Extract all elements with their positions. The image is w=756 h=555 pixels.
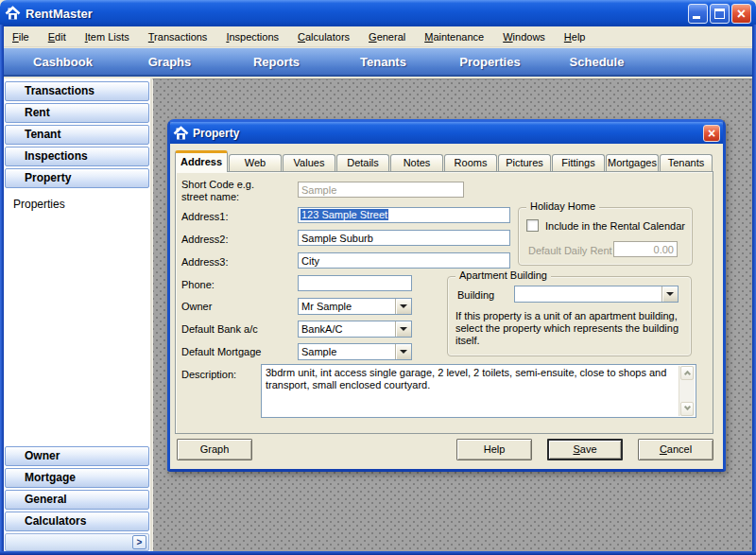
main-toolbar: Cashbook Graphs Reports Tenants Properti… bbox=[0, 48, 756, 77]
mortgage-value: Sample bbox=[301, 346, 336, 357]
sidebar-item-calculators[interactable]: Calculators bbox=[5, 512, 149, 531]
address1-label: Address1: bbox=[181, 211, 229, 222]
bank-dropdown-button[interactable] bbox=[395, 321, 411, 337]
close-button[interactable]: × bbox=[731, 4, 751, 24]
tab-fittings[interactable]: Fittings bbox=[552, 154, 605, 172]
menu-general[interactable]: General bbox=[362, 28, 412, 45]
description-scrollbar[interactable] bbox=[679, 366, 695, 416]
close-icon: × bbox=[732, 5, 750, 23]
short-code-label-line2: street name: bbox=[181, 191, 239, 202]
menu-calculators[interactable]: Calculators bbox=[291, 28, 356, 45]
address1-field[interactable]: 123 Sample Street bbox=[298, 207, 510, 223]
phone-field[interactable] bbox=[298, 275, 412, 291]
window-frame-bottom bbox=[0, 551, 756, 555]
minimize-button[interactable] bbox=[688, 4, 708, 24]
sidebar-list-item-properties[interactable]: Properties bbox=[4, 190, 150, 211]
menu-file[interactable]: File bbox=[6, 28, 36, 45]
app-window: RentMaster × File Edit Item Lists Transa… bbox=[0, 0, 756, 555]
bank-value: BankA/C bbox=[301, 323, 342, 335]
sidebar-item-mortgage[interactable]: Mortgage bbox=[5, 468, 149, 488]
cancel-button[interactable]: Cancel bbox=[638, 439, 713, 460]
sidebar-expand-button[interactable]: > bbox=[132, 535, 146, 549]
address-tab-panel: Short Code e.g. street name: Address1: 1… bbox=[175, 171, 713, 434]
maximize-button[interactable] bbox=[710, 4, 730, 24]
mortgage-dropdown-button[interactable] bbox=[395, 344, 411, 359]
owner-value: Mr Sample bbox=[301, 301, 352, 312]
sidebar-panel-list: Properties bbox=[4, 190, 150, 446]
address2-field[interactable] bbox=[298, 230, 510, 246]
menu-transactions[interactable]: Transactions bbox=[142, 28, 215, 45]
sidebar: Transactions Rent Tenant Inspections Pro… bbox=[4, 78, 152, 551]
sidebar-item-inspections[interactable]: Inspections bbox=[5, 147, 149, 166]
mortgage-dropdown[interactable]: Sample bbox=[298, 343, 412, 360]
bank-dropdown[interactable]: BankA/C bbox=[298, 321, 412, 338]
short-code-field[interactable] bbox=[298, 182, 464, 198]
chevron-down-icon bbox=[684, 404, 691, 410]
window-titlebar[interactable]: RentMaster × bbox=[0, 0, 756, 26]
toolbar-cashbook[interactable]: Cashbook bbox=[9, 55, 116, 69]
sidebar-item-transactions[interactable]: Transactions bbox=[5, 81, 149, 101]
menu-windows[interactable]: Windows bbox=[496, 28, 552, 45]
help-button[interactable]: Help bbox=[456, 439, 532, 460]
dialog-close-button[interactable]: × bbox=[703, 125, 720, 142]
tab-notes[interactable]: Notes bbox=[390, 154, 443, 172]
toolbar-graphs[interactable]: Graphs bbox=[116, 55, 223, 69]
building-dropdown[interactable] bbox=[514, 286, 679, 303]
sidebar-item-tenant[interactable]: Tenant bbox=[5, 125, 149, 145]
description-text: 3bdrm unit, int access single garage, 2 … bbox=[266, 367, 666, 390]
daily-rent-field[interactable] bbox=[613, 241, 678, 257]
bank-label: Default Bank a/c bbox=[181, 323, 258, 335]
menu-edit[interactable]: Edit bbox=[42, 28, 73, 45]
apartment-building-group-title: Apartment Building bbox=[455, 269, 551, 281]
minimize-icon bbox=[693, 16, 700, 19]
graph-button[interactable]: Graph bbox=[177, 439, 252, 460]
tab-rooms[interactable]: Rooms bbox=[444, 154, 497, 172]
sidebar-item-general[interactable]: General bbox=[5, 490, 149, 510]
toolbar-properties[interactable]: Properties bbox=[437, 55, 543, 69]
short-code-label-line1: Short Code e.g. bbox=[181, 179, 254, 190]
toolbar-reports[interactable]: Reports bbox=[223, 55, 330, 69]
chevron-down-icon bbox=[400, 304, 407, 308]
dialog-tabstrip: Address Web Values Details Notes Rooms P… bbox=[175, 152, 713, 172]
building-label: Building bbox=[457, 289, 494, 301]
apartment-building-note: If this property is a unit of an apartme… bbox=[455, 310, 688, 347]
scroll-up-button[interactable] bbox=[680, 366, 694, 380]
holiday-home-group-title: Holiday Home bbox=[526, 200, 599, 212]
scroll-down-button[interactable] bbox=[680, 402, 694, 416]
building-dropdown-button[interactable] bbox=[662, 286, 678, 302]
sidebar-item-property[interactable]: Property bbox=[5, 168, 149, 188]
tab-pictures[interactable]: Pictures bbox=[498, 154, 551, 172]
address3-label: Address3: bbox=[181, 256, 229, 268]
owner-dropdown[interactable]: Mr Sample bbox=[298, 298, 412, 315]
tab-web[interactable]: Web bbox=[229, 154, 282, 172]
sidebar-bottom-strip: > bbox=[5, 533, 149, 551]
dialog-house-icon bbox=[173, 126, 189, 141]
description-textarea[interactable]: 3bdrm unit, int access single garage, 2 … bbox=[261, 364, 696, 418]
menu-inspections[interactable]: Inspections bbox=[219, 28, 285, 45]
tab-details[interactable]: Details bbox=[336, 154, 389, 172]
sidebar-item-owner[interactable]: Owner bbox=[5, 446, 149, 466]
address3-field[interactable] bbox=[298, 252, 510, 269]
sidebar-item-rent[interactable]: Rent bbox=[5, 103, 149, 123]
tab-mortgages[interactable]: Mortgages bbox=[606, 154, 659, 172]
menu-help[interactable]: Help bbox=[558, 28, 593, 45]
window-frame-right bbox=[752, 25, 756, 555]
toolbar-schedule[interactable]: Schedule bbox=[543, 55, 650, 69]
dialog-titlebar[interactable]: Property × bbox=[170, 122, 723, 144]
toolbar-tenants[interactable]: Tenants bbox=[330, 55, 437, 69]
close-icon: × bbox=[704, 126, 719, 141]
chevron-up-icon bbox=[684, 371, 691, 377]
owner-dropdown-button[interactable] bbox=[395, 299, 411, 314]
save-button[interactable]: Save bbox=[547, 439, 623, 460]
menu-maintenance[interactable]: Maintenance bbox=[418, 28, 490, 45]
rental-calendar-checkbox[interactable] bbox=[526, 219, 539, 232]
window-frame-left bbox=[0, 25, 4, 555]
tab-values[interactable]: Values bbox=[283, 154, 335, 172]
selected-text: 123 Sample Street bbox=[301, 209, 388, 220]
tab-tenants[interactable]: Tenants bbox=[660, 154, 713, 172]
tab-address[interactable]: Address bbox=[175, 150, 228, 172]
phone-label: Phone: bbox=[181, 279, 215, 290]
description-label: Description: bbox=[181, 369, 236, 380]
window-title: RentMaster bbox=[26, 7, 686, 21]
menu-item-lists[interactable]: Item Lists bbox=[78, 28, 136, 45]
